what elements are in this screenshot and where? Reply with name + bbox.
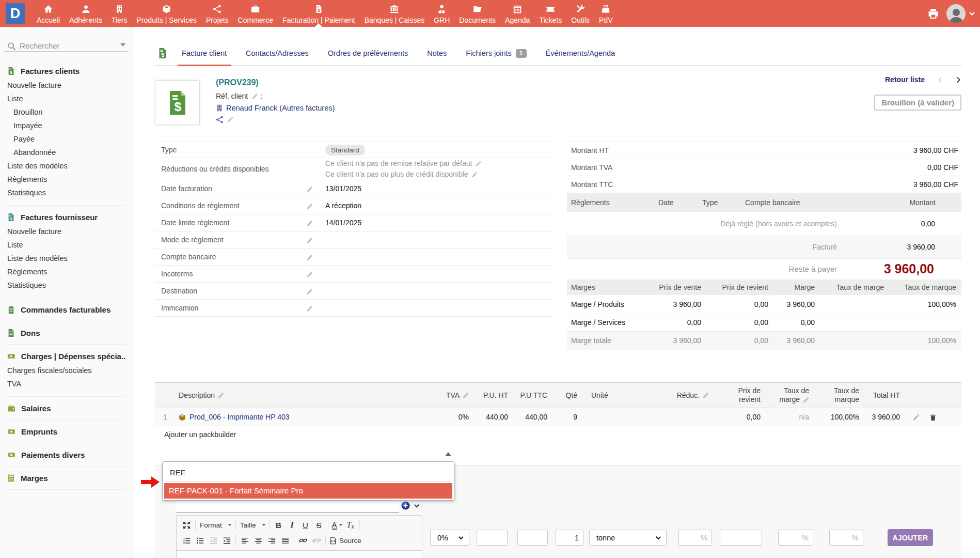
thirdparty-link[interactable]: Renaud Franck (Autres factures) <box>226 104 335 112</box>
text-color-icon[interactable]: A <box>330 518 344 532</box>
sidebar-section-marges[interactable]: Marges <box>0 472 133 484</box>
price-ht-input[interactable] <box>477 530 508 546</box>
pencil-icon[interactable] <box>227 116 233 123</box>
unordered-list-icon[interactable] <box>193 534 207 547</box>
markup-rate-input[interactable] <box>829 530 863 546</box>
sidebar-section-salaires[interactable]: Salaires <box>0 402 133 414</box>
link-icon[interactable] <box>296 534 310 547</box>
sidebar-section-dons[interactable]: Dons <box>0 327 133 338</box>
topmenu-banques[interactable]: Banques | Caisses <box>360 0 429 27</box>
align-right-icon[interactable] <box>265 534 278 547</box>
sidebar-item[interactable]: Règlements <box>0 173 133 186</box>
pencil-icon[interactable] <box>462 392 469 399</box>
remove-format-icon[interactable]: Tx <box>344 518 357 532</box>
sidebar-item[interactable]: Impayée <box>0 119 133 132</box>
sidebar-item[interactable]: Règlements <box>0 265 133 278</box>
sidebar-item[interactable]: Liste <box>0 238 133 252</box>
sidebar-item[interactable]: TVA <box>0 377 133 391</box>
sidebar-search[interactable]: Rechercher <box>4 39 129 52</box>
topmenu-grh[interactable]: GRH <box>429 0 454 27</box>
pencil-icon[interactable] <box>471 172 478 178</box>
tab-facture-client[interactable]: Facture client <box>178 41 231 66</box>
source-button[interactable]: Source <box>328 534 363 547</box>
product-link[interactable]: Prod_006 - Imprimante HP 403 <box>189 413 290 421</box>
chevron-right-icon[interactable] <box>955 76 961 83</box>
pencil-icon[interactable] <box>306 237 313 244</box>
pencil-icon[interactable] <box>306 305 313 312</box>
underline-icon[interactable]: U <box>299 518 312 532</box>
print-icon[interactable] <box>928 8 939 19</box>
topmenu-facturation[interactable]: Facturation | Paiement <box>278 0 360 27</box>
add-predef-product-icon[interactable] <box>401 501 410 510</box>
bold-icon[interactable]: B <box>272 518 286 532</box>
cost-price-input[interactable] <box>720 530 762 546</box>
sidebar-item[interactable]: Brouillon <box>0 105 133 119</box>
edit-line-icon[interactable] <box>912 414 920 421</box>
sidebar-item[interactable]: Abandonnée <box>0 146 133 159</box>
pencil-icon[interactable] <box>475 161 481 167</box>
pencil-icon[interactable] <box>306 203 313 210</box>
autocomplete-search-input[interactable]: REF <box>166 463 450 482</box>
italic-icon[interactable]: I <box>286 518 299 532</box>
topmenu-tickets[interactable]: Tickets <box>534 0 566 27</box>
sidebar-section-paiements-divers[interactable]: Paiements divers <box>0 449 133 460</box>
sidebar-item[interactable]: Liste <box>0 92 133 105</box>
vat-rate-select[interactable]: 0% <box>430 530 469 546</box>
sidebar-item[interactable]: Liste des modèles <box>0 252 133 265</box>
align-center-icon[interactable] <box>251 534 265 547</box>
pencil-icon[interactable] <box>306 220 313 227</box>
editor-content[interactable] <box>177 551 422 558</box>
pencil-icon[interactable] <box>251 93 258 100</box>
chevron-down-icon[interactable] <box>414 503 420 509</box>
ordered-list-icon[interactable] <box>180 534 193 547</box>
topmenu-pdv[interactable]: PdV <box>594 0 617 27</box>
pencil-icon[interactable] <box>306 254 313 261</box>
topmenu-documents[interactable]: Documents <box>454 0 500 27</box>
topmenu-tiers[interactable]: Tiers <box>107 0 132 27</box>
pencil-icon[interactable] <box>306 288 313 295</box>
tab-evenements-agenda[interactable]: Événements/Agenda <box>542 41 620 66</box>
sidebar-item[interactable]: Nouvelle facture <box>0 225 133 238</box>
topmenu-outils[interactable]: Outils <box>566 0 594 27</box>
unit-select[interactable]: tonne <box>589 530 667 546</box>
sidebar-item[interactable]: Statistiques <box>0 278 133 292</box>
topmenu-accueil[interactable]: Accueil <box>32 0 65 27</box>
topmenu-projets[interactable]: Projets <box>201 0 233 27</box>
sidebar-item[interactable]: Liste des modèles <box>0 159 133 173</box>
qty-input[interactable] <box>556 530 583 546</box>
sidebar-item[interactable]: Statistiques <box>0 186 133 199</box>
tab-ordres-prelevements[interactable]: Ordres de prélèvements <box>324 41 413 66</box>
tab-contacts-adresses[interactable]: Contacts/Adresses <box>242 41 313 66</box>
size-dropdown[interactable]: Taille <box>238 518 267 532</box>
sidebar-section-factures-fournisseur[interactable]: Factures fournisseur <box>0 211 133 223</box>
align-justify-icon[interactable] <box>278 534 292 547</box>
delete-line-icon[interactable] <box>929 413 937 421</box>
back-to-list-link[interactable]: Retour liste <box>885 75 925 84</box>
sidebar-item[interactable]: Nouvelle facture <box>0 79 133 92</box>
sidebar-section-factures-clients[interactable]: Factures clients <box>0 65 133 76</box>
tab-fichiers-joints[interactable]: Fichiers joints1 <box>462 41 530 66</box>
strikethrough-icon[interactable]: S <box>312 518 326 532</box>
price-ttc-input[interactable] <box>517 530 548 546</box>
format-dropdown[interactable]: Format <box>198 518 233 532</box>
topmenu-produits[interactable]: Produits | Services <box>132 0 201 27</box>
dolibarr-logo[interactable]: D <box>6 3 25 24</box>
user-avatar[interactable] <box>946 4 966 23</box>
chevron-down-icon[interactable] <box>969 10 975 17</box>
pencil-icon[interactable] <box>702 392 709 399</box>
pencil-icon[interactable] <box>217 392 224 399</box>
pencil-icon[interactable] <box>802 397 809 404</box>
search-caret-icon[interactable] <box>120 43 125 47</box>
discount-percent-input[interactable] <box>678 530 712 546</box>
topmenu-agenda[interactable]: Agenda <box>500 0 534 27</box>
sidebar-section-charges[interactable]: Charges | Dépenses spécia... <box>0 350 133 362</box>
sidebar-section-commandes[interactable]: Commandes facturables <box>0 304 133 315</box>
add-packbuilder-link[interactable]: Ajouter un packbuilder <box>156 430 236 439</box>
topmenu-commerce[interactable]: Commerce <box>233 0 278 27</box>
sidebar-item[interactable]: Payée <box>0 132 133 146</box>
pencil-icon[interactable] <box>306 271 313 278</box>
autocomplete-option-highlighted[interactable]: REF-PACK-001 - Forfait Séminaire Pro <box>164 483 452 499</box>
maximize-icon[interactable] <box>180 518 193 532</box>
topmenu-adherents[interactable]: Adhérents <box>65 0 107 27</box>
margin-rate-input[interactable] <box>778 530 813 546</box>
